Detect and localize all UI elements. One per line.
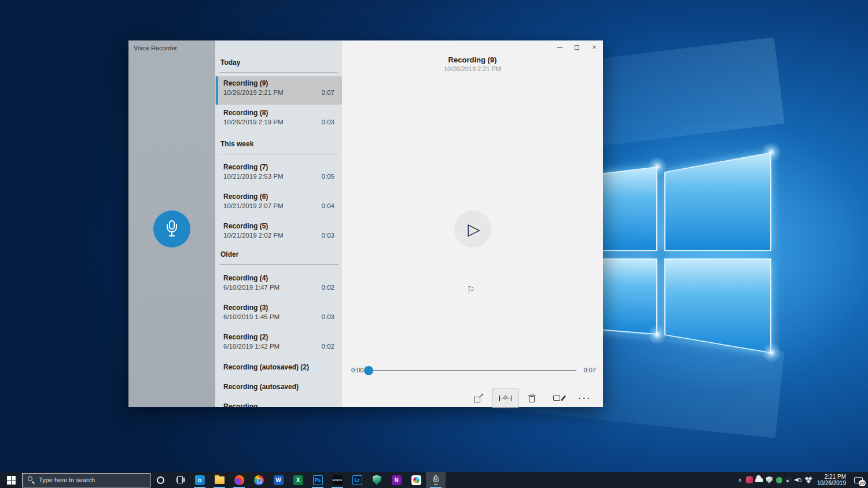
section-divider [219, 264, 339, 265]
taskbar-app-photoshop[interactable]: Ps [308, 472, 328, 488]
taskbar-app-outlook[interactable]: o [190, 472, 209, 488]
green-status-icon [776, 477, 782, 483]
see-more-icon: ··· [579, 394, 592, 403]
tray-password-manager[interactable] [745, 472, 755, 488]
recordings-list: Today Recording (9) 10/26/2019 2:21 PM 0… [215, 40, 342, 407]
share-icon: ↗ [474, 394, 484, 402]
taskbar-app-onenote[interactable]: N [387, 472, 406, 488]
maximize-button[interactable] [568, 40, 586, 54]
taskbar-app-excel[interactable]: X [288, 472, 308, 488]
tray-green-app[interactable] [774, 472, 784, 488]
section-divider [219, 154, 339, 154]
minimize-button[interactable] [551, 40, 568, 54]
share-button[interactable]: ↗ [465, 389, 492, 408]
chevron-up-icon: ∧ [738, 477, 742, 483]
list-item-recording-4[interactable]: Recording (4) 6/10/2019 1:47 PM 0:02 [215, 271, 342, 300]
delete-button[interactable] [518, 389, 545, 408]
onenote-icon: N [392, 475, 402, 485]
window-controls: × [551, 40, 603, 57]
tray-volume[interactable] [794, 472, 804, 488]
recording-duration: 0:02 [322, 284, 334, 291]
record-button[interactable] [153, 210, 190, 247]
taskbar-app-slack[interactable] [406, 472, 426, 488]
word-icon: W [274, 475, 284, 485]
taskbar-app-file-explorer[interactable] [209, 472, 229, 488]
recording-title: Recording [223, 402, 258, 407]
search-icon [28, 476, 35, 483]
section-divider [219, 72, 339, 73]
close-button[interactable]: × [586, 40, 603, 54]
list-item-recording-6[interactable]: Recording (6) 10/21/2019 2:07 PM 0:04 [215, 190, 342, 218]
close-icon: × [592, 44, 596, 51]
selection-accent-bar [216, 76, 218, 105]
flag-marker-button[interactable]: ⚐ [467, 284, 475, 295]
play-button[interactable]: ▷ [454, 210, 491, 247]
microphone-icon [164, 220, 179, 238]
tray-onedrive[interactable] [755, 472, 764, 488]
recording-date: 6/10/2019 1:42 PM [223, 343, 279, 350]
tray-dropbox[interactable] [804, 472, 814, 488]
password-manager-icon [746, 476, 753, 483]
list-item-recording[interactable]: Recording [215, 399, 342, 407]
player-toolbar: ↗ ··· [465, 389, 598, 408]
slack-icon [411, 475, 421, 485]
steam-icon [785, 476, 792, 483]
list-item-recording-9[interactable]: Recording (9) 10/26/2019 2:21 PM 0:07 [215, 76, 342, 105]
tray-steam[interactable] [784, 472, 794, 488]
start-button[interactable] [0, 472, 22, 488]
sonos-icon: SONOS [333, 475, 343, 485]
rename-icon [553, 394, 564, 402]
dropbox-icon [805, 476, 812, 483]
recording-date: 10/21/2019 2:53 PM [223, 173, 284, 180]
search-input[interactable]: Type here to search [22, 473, 150, 487]
taskbar-app-lightroom[interactable]: Lr [347, 472, 367, 488]
taskbar-app-sonos[interactable]: SONOS [328, 472, 347, 488]
recording-date: 6/10/2019 1:45 PM [223, 313, 279, 320]
list-item-recording-autosaved[interactable]: Recording (autosaved) [215, 379, 342, 399]
section-header-today: Today [220, 58, 240, 66]
trim-icon [499, 395, 512, 402]
clock-date: 10/26/2019 [817, 480, 846, 486]
taskbar-app-chrome[interactable] [249, 472, 269, 488]
recording-title: Recording (6) [223, 193, 268, 201]
windows-logo-pane [664, 152, 771, 251]
taskbar-app-antivirus[interactable] [367, 472, 387, 488]
trim-button[interactable] [492, 389, 518, 408]
defender-shield-icon [766, 476, 773, 483]
taskbar: Type here to search o W X Ps [0, 472, 868, 488]
tray-defender[interactable] [764, 472, 774, 488]
recording-duration: 0:03 [322, 313, 334, 320]
task-view-icon [176, 476, 185, 483]
list-item-recording-7[interactable]: Recording (7) 10/21/2019 2:53 PM 0:05 [215, 160, 342, 188]
onedrive-cloud-icon [755, 478, 763, 482]
list-item-recording-8[interactable]: Recording (8) 10/26/2019 2:19 PM 0:03 [215, 106, 342, 134]
list-item-recording-autosaved-2[interactable]: Recording (autosaved) (2) [215, 360, 342, 379]
show-hidden-icons-button[interactable]: ∧ [735, 472, 745, 488]
recording-title: Recording (2) [223, 333, 268, 341]
windows-logo-icon [7, 476, 16, 485]
recording-duration: 0:05 [322, 173, 334, 180]
action-center-button[interactable]: 29 [851, 472, 866, 488]
recording-duration: 0:02 [322, 343, 334, 350]
task-view-button[interactable] [170, 472, 190, 488]
lightroom-icon: Lr [352, 475, 362, 485]
volume-icon [795, 476, 803, 483]
minimize-icon [557, 47, 562, 48]
list-item-recording-3[interactable]: Recording (3) 6/10/2019 1:45 PM 0:03 [215, 301, 342, 329]
taskbar-app-voice-recorder[interactable] [426, 472, 446, 488]
taskbar-clock[interactable]: 2:21 PM 10/26/2019 [817, 474, 846, 486]
taskbar-app-word[interactable]: W [269, 472, 288, 488]
taskbar-app-firefox[interactable] [229, 472, 249, 488]
seek-thumb[interactable] [364, 366, 373, 375]
seek-track[interactable] [368, 370, 576, 371]
see-more-button[interactable]: ··· [572, 389, 598, 408]
recording-duration: 0:07 [322, 89, 334, 96]
list-item-recording-2[interactable]: Recording (2) 6/10/2019 1:42 PM 0:02 [215, 330, 342, 358]
antivirus-shield-icon [373, 475, 381, 485]
recording-title: Recording (9) [223, 79, 268, 87]
outlook-icon: o [195, 475, 205, 485]
cortana-button[interactable] [150, 472, 170, 488]
rename-button[interactable] [545, 389, 572, 408]
recording-duration: 0:03 [322, 232, 334, 239]
list-item-recording-5[interactable]: Recording (5) 10/21/2019 2:02 PM 0:03 [215, 219, 342, 247]
